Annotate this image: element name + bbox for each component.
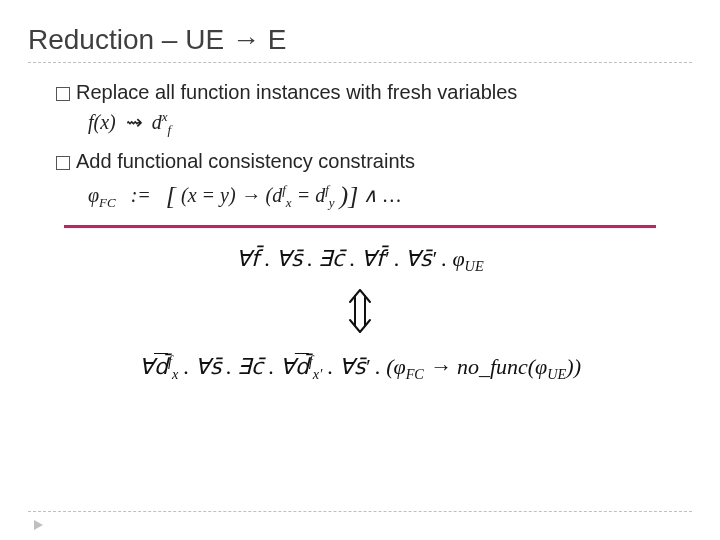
checkbox-icon xyxy=(56,156,70,170)
d1-sub: x xyxy=(286,195,292,210)
page-title: Reduction – UE → E xyxy=(28,24,692,56)
dbar1: d̄ xyxy=(154,354,168,379)
equiv-arrow-icon xyxy=(28,286,692,340)
bullet-replace-rest: all function instances with fresh variab… xyxy=(149,81,517,103)
top-chain: ∀f̄ . ∀s̄ . ∃c̄ . ∀f̄′ . ∀s̄′ . φ xyxy=(236,246,464,271)
checkbox-icon xyxy=(56,87,70,101)
title-divider xyxy=(28,62,692,63)
accent-divider xyxy=(64,225,656,228)
x-eq-y: (x = y) xyxy=(181,184,236,206)
eq-mid: = d xyxy=(297,184,326,206)
bullet-add-rest: functional consistency constraints xyxy=(112,150,416,172)
seg4: → no_func(φ xyxy=(424,354,547,379)
def-sym: := xyxy=(131,184,151,206)
phi: φ xyxy=(88,184,99,206)
forall1: ∀ xyxy=(139,354,154,379)
phi-ue-sub: UE xyxy=(547,366,566,382)
bullet-add-prefix: Add xyxy=(76,150,112,172)
d2-sub: y xyxy=(329,195,335,210)
d-sub: f xyxy=(168,122,172,137)
leadsto-icon: ⇝ xyxy=(126,111,142,133)
top-chain-sub: UE xyxy=(465,258,484,274)
bullet-replace: Replace all function instances with fres… xyxy=(56,81,692,104)
phi-sub: FC xyxy=(99,195,116,210)
formula-top-quant: ∀f̄ . ∀s̄ . ∃c̄ . ∀f̄′ . ∀s̄′ . φUE xyxy=(28,246,692,272)
slide: Reduction – UE → E Replace all function … xyxy=(0,0,720,540)
formula-phi-fc: φFC := [ (x = y) → (dfx = dfy )] ∧ … xyxy=(88,179,692,209)
lbracket: [ xyxy=(166,181,176,210)
seg5: )) xyxy=(566,354,581,379)
formula-bottom-quant: ∀d̄fx . ∀s̄ . ∃c̄ . ∀d̄fx′ . ∀s̄′ . (φFC… xyxy=(28,354,692,380)
implies-icon: → xyxy=(241,184,266,206)
footer-marker-icon xyxy=(34,520,43,530)
bullet-replace-prefix: Replace xyxy=(76,81,149,103)
seg2: . ∀s̄ . ∃c̄ . ∀ xyxy=(178,354,295,379)
fx: f(x) xyxy=(88,111,116,133)
open-d1: (d xyxy=(266,184,283,206)
dxf: dxf xyxy=(152,111,171,133)
and-ellipsis: ∧ … xyxy=(363,184,401,206)
bullet-add: Add functional consistency constraints xyxy=(56,150,692,173)
dbar2-sub: x′ xyxy=(313,366,322,382)
seg3: . ∀s̄′ . (φ xyxy=(322,354,405,379)
d-base: d xyxy=(152,111,162,133)
footer-divider xyxy=(28,511,692,512)
phi-fc-sub2: FC xyxy=(406,366,424,382)
rbracket: )] xyxy=(340,181,359,210)
dbar2: d̄ xyxy=(295,354,309,379)
formula-rewrite: f(x) ⇝ dxf xyxy=(88,110,692,134)
